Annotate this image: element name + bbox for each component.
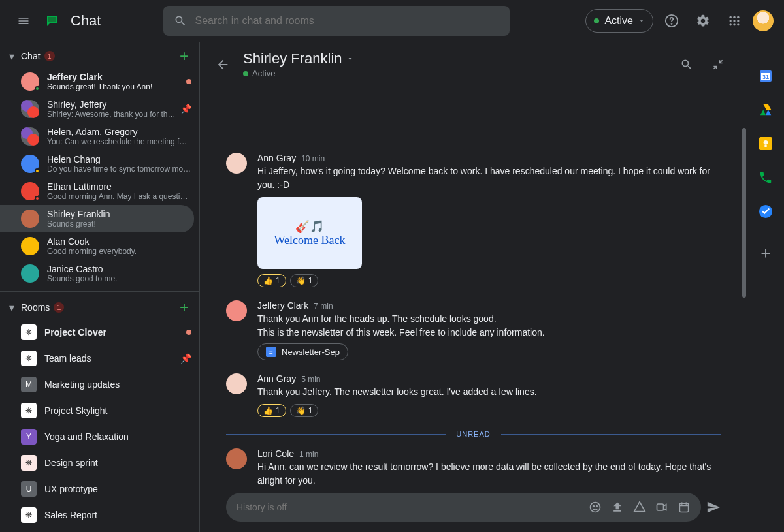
chat-name: Alan Cook xyxy=(47,236,191,247)
room-item[interactable]: ❋Project Clover xyxy=(0,319,199,345)
room-item[interactable]: ❋Team leads📌 xyxy=(0,345,199,371)
reaction-chip[interactable]: 👋1 xyxy=(290,274,319,287)
chat-item[interactable]: Janice CastroSounds good to me. xyxy=(0,260,199,287)
message-text: Hi Jeffery, how's it going today? Welcom… xyxy=(257,164,721,192)
video-meet-icon[interactable] xyxy=(655,501,668,514)
message-author: Jeffery Clark xyxy=(257,300,308,311)
chat-item[interactable]: Alan CookGood morning everybody. xyxy=(0,232,199,260)
apps-grid-icon[interactable] xyxy=(721,8,747,34)
reaction-chip[interactable]: 👋1 xyxy=(290,404,319,417)
add-chat-button[interactable]: + xyxy=(180,47,189,65)
message-avatar xyxy=(226,373,247,394)
svg-point-5 xyxy=(737,16,739,18)
svg-point-8 xyxy=(737,20,739,22)
room-avatar-icon: ❋ xyxy=(21,455,37,471)
add-app-icon[interactable] xyxy=(758,245,774,261)
add-room-button[interactable]: + xyxy=(180,298,189,317)
conversation-header: Shirley Franklin Active xyxy=(200,42,747,87)
room-item[interactable]: ❋Design sprint xyxy=(0,450,199,476)
caret-down-icon[interactable]: ▾ xyxy=(5,302,18,314)
caret-down-icon[interactable]: ▾ xyxy=(5,50,18,63)
voice-app-icon[interactable] xyxy=(758,170,774,185)
status-label: Active xyxy=(604,15,633,27)
room-avatar-icon: ❋ xyxy=(21,324,37,340)
app-header: Chat Active xyxy=(0,0,784,42)
chat-name: Jeffery Clark xyxy=(47,72,184,82)
chat-item[interactable]: Shirley, JefferyShirley: Awesome, thank … xyxy=(0,95,199,123)
doc-chip[interactable]: ≡Newsletter-Sep xyxy=(257,343,348,360)
chat-preview: Good morning Ann. May I ask a question? xyxy=(47,192,191,201)
message-text: Thank you Jeffery. The newsletter looks … xyxy=(257,385,721,399)
svg-point-4 xyxy=(733,16,735,18)
room-name: Project Clover xyxy=(44,327,106,337)
chat-name: Helen Chang xyxy=(47,154,191,164)
tasks-app-icon[interactable] xyxy=(758,204,774,219)
message-time: 5 min xyxy=(301,375,320,384)
chat-item[interactable]: Jeffery ClarkSounds great! Thank you Ann… xyxy=(0,68,199,95)
section-header-chat[interactable]: ▾ Chat 1 + xyxy=(0,42,199,68)
section-header-rooms[interactable]: ▾ Rooms 1 + xyxy=(0,291,199,319)
svg-point-10 xyxy=(733,23,735,25)
room-item[interactable]: ❋Project Skylight xyxy=(0,398,199,424)
chat-item[interactable]: Helen, Adam, GregoryYou: Can we reschedu… xyxy=(0,123,199,150)
search-box[interactable] xyxy=(163,6,510,36)
reaction-chip[interactable]: 👍1 xyxy=(257,404,286,417)
keep-app-icon[interactable] xyxy=(758,136,774,151)
message-time: 7 min xyxy=(314,302,333,311)
compose-input[interactable] xyxy=(237,502,589,512)
menu-icon[interactable] xyxy=(10,8,37,34)
chat-preview: Do you have time to sync tomorrow mori..… xyxy=(47,164,191,174)
drive-app-icon[interactable] xyxy=(758,102,774,117)
send-icon[interactable] xyxy=(706,500,721,514)
chat-name: Janice Castro xyxy=(47,264,191,274)
drive-icon[interactable] xyxy=(633,501,646,514)
chat-preview: Sounds great! xyxy=(47,219,186,228)
status-chip[interactable]: Active xyxy=(585,9,653,33)
calendar-app-icon[interactable]: 31 xyxy=(758,68,774,84)
scrollbar[interactable] xyxy=(742,128,747,350)
reaction-chip[interactable]: 👍1 xyxy=(257,274,286,287)
room-avatar-icon: ❋ xyxy=(21,507,37,523)
sidebar: ▾ Chat 1 + Jeffery ClarkSounds great! Th… xyxy=(0,42,200,532)
room-item[interactable]: MMarketing updates xyxy=(0,371,199,398)
back-arrow-icon[interactable] xyxy=(216,57,230,72)
upload-icon[interactable] xyxy=(611,501,624,514)
svg-point-15 xyxy=(593,506,595,507)
chat-preview: Sounds good to me. xyxy=(47,274,191,283)
search-icon xyxy=(174,14,187,27)
chat-item[interactable]: Shirley FranklinSounds great! xyxy=(0,205,194,232)
room-name: Marketing updates xyxy=(44,379,120,390)
room-avatar-icon: Y xyxy=(21,429,37,445)
room-item[interactable]: YYoga and Relaxation xyxy=(0,424,199,450)
settings-icon[interactable] xyxy=(690,8,716,34)
svg-rect-17 xyxy=(657,504,664,510)
chat-preview: You: Can we reschedule the meeting for..… xyxy=(47,137,191,146)
unread-indicator-icon xyxy=(186,79,191,84)
svg-point-11 xyxy=(737,23,739,25)
chevron-down-icon xyxy=(346,55,354,63)
room-avatar-icon: U xyxy=(21,481,37,497)
chat-item[interactable]: Ethan LattimoreGood morning Ann. May I a… xyxy=(0,178,199,205)
chat-name: Ethan Lattimore xyxy=(47,181,191,192)
help-icon[interactable] xyxy=(659,8,685,34)
search-conversation-icon[interactable] xyxy=(674,52,700,78)
emoji-icon[interactable] xyxy=(589,501,602,514)
conversation-title[interactable]: Shirley Franklin xyxy=(243,50,354,67)
room-item[interactable]: ❋Sales Report xyxy=(0,502,199,528)
chat-name: Helen, Adam, Gregory xyxy=(47,127,191,137)
image-attachment[interactable]: 🎸🎵Welcome Back xyxy=(257,197,362,269)
chat-name: Shirley Franklin xyxy=(47,209,186,219)
conversation-panel: Shirley Franklin Active Ann Gray10 minHi… xyxy=(200,42,747,532)
rooms-badge: 1 xyxy=(54,302,64,313)
compose-input-box[interactable] xyxy=(226,493,701,522)
message-time: 10 min xyxy=(301,154,325,163)
chat-logo-icon xyxy=(44,13,60,29)
room-item[interactable]: UUX prototype xyxy=(0,476,199,502)
compose-area xyxy=(226,493,721,522)
chat-item[interactable]: Helen ChangDo you have time to sync tomo… xyxy=(0,150,199,178)
search-input[interactable] xyxy=(195,15,499,27)
calendar-icon[interactable] xyxy=(678,501,691,514)
doc-icon: ≡ xyxy=(266,347,276,357)
account-avatar[interactable] xyxy=(753,10,774,31)
collapse-icon[interactable] xyxy=(705,52,731,78)
